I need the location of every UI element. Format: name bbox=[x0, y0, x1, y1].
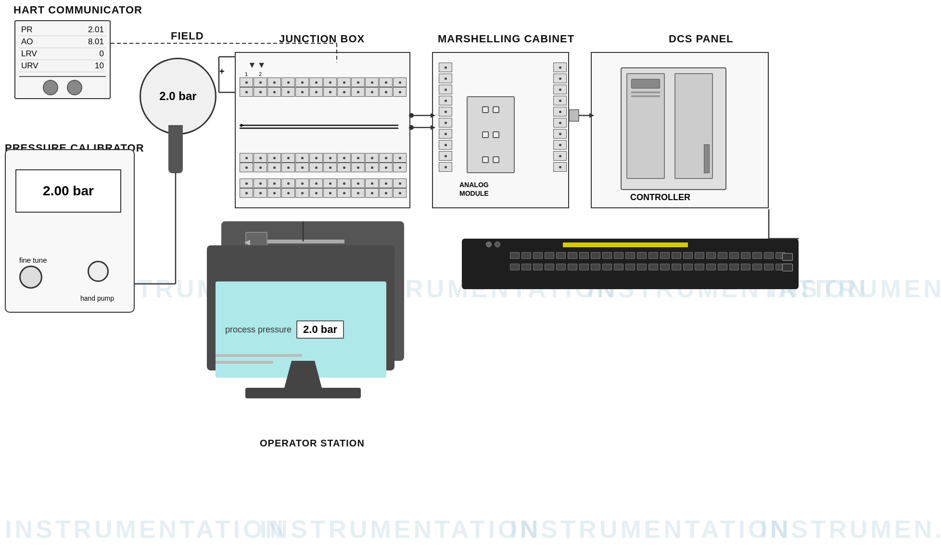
top-terminal-strip: 1 2 bbox=[240, 71, 407, 97]
op-monitor-front: process pressure 2.0 bar bbox=[207, 245, 394, 370]
operator-station-label: OPERATOR STATION bbox=[260, 438, 365, 449]
hart-val-ao: 8.01 bbox=[88, 37, 104, 47]
watermark-4: INSTRUMEN... bbox=[760, 515, 941, 544]
switch-ports-row2 bbox=[510, 264, 789, 270]
watermark-2: INSTRUMENTATION bbox=[260, 515, 541, 544]
hart-key-ao: AO bbox=[21, 37, 33, 47]
hart-footer bbox=[19, 76, 106, 95]
pressure-gauge-value: 2.0 bar bbox=[159, 89, 196, 103]
hart-row-lrv: LRV 0 bbox=[19, 48, 106, 60]
pressure-calibrator-box: 2.00 bar fine tune hand pump bbox=[5, 149, 135, 313]
controller-device bbox=[621, 67, 726, 190]
hart-key-lrv: LRV bbox=[21, 49, 37, 59]
switch-uplink-ports bbox=[782, 253, 793, 271]
connector-line-1 bbox=[631, 91, 660, 93]
hart-key-pr: PR bbox=[21, 25, 33, 35]
hart-row-pr: PR 2.01 bbox=[19, 24, 106, 36]
junction-box-outline: ▼ ▼ 1 2 ► bbox=[235, 52, 410, 208]
monitor-line-2 bbox=[216, 361, 273, 364]
controller-label: CONTROLLER bbox=[630, 192, 690, 203]
hart-row-ao: AO 8.01 bbox=[19, 36, 106, 48]
pressure-cal-value: 2.00 bar bbox=[43, 183, 94, 199]
analog-io-mid bbox=[482, 131, 499, 138]
junction-box-label: JUNCTION BOX bbox=[279, 33, 365, 45]
hart-val-pr: 2.01 bbox=[88, 25, 104, 35]
eth-port-symbol bbox=[631, 79, 660, 89]
fine-tune-knob[interactable] bbox=[19, 266, 42, 289]
op-screen-value: 2.0 bar bbox=[296, 320, 344, 339]
marshalling-cabinet-label: MARSHELLING CABINET bbox=[438, 33, 574, 45]
hart-button-1[interactable] bbox=[43, 80, 58, 95]
right-connector bbox=[704, 144, 710, 173]
hart-val-urv: 10 bbox=[95, 61, 104, 71]
signal-line-2 bbox=[240, 127, 398, 129]
field-label: FIELD bbox=[171, 30, 204, 42]
fine-tune-label: fine tune bbox=[19, 256, 47, 264]
dcs-panel-outline: CONTROLLER bbox=[591, 52, 769, 208]
pressure-cal-display: 2.00 bar bbox=[15, 169, 121, 213]
marshalling-cabinet-outline: ANALOGMODULE bbox=[432, 52, 569, 208]
connector-line-2 bbox=[631, 95, 660, 97]
analog-io-top bbox=[482, 106, 499, 113]
hart-communicator-box: PR 2.01 AO 8.01 LRV 0 URV 10 bbox=[14, 20, 111, 99]
marsh-left-terminals bbox=[439, 63, 452, 172]
analog-module-block bbox=[467, 96, 515, 173]
monitor-line-1 bbox=[216, 354, 302, 357]
analog-module-label: ANALOGMODULE bbox=[459, 180, 489, 198]
operator-station-container: ◄ process pressure 2.0 bar bbox=[207, 221, 419, 428]
controller-slot-1 bbox=[626, 73, 665, 179]
controller-slot-2 bbox=[674, 73, 713, 179]
switch-ports-row1 bbox=[510, 252, 789, 259]
plus-sign: + bbox=[219, 66, 225, 76]
op-base bbox=[245, 388, 361, 398]
pressure-gauge: 2.0 bar bbox=[140, 58, 216, 135]
hand-pump-ball[interactable] bbox=[88, 261, 109, 282]
hart-row-urv: URV 10 bbox=[19, 60, 106, 72]
marsh-right-terminals bbox=[553, 63, 567, 172]
switch-leds bbox=[486, 242, 500, 247]
watermark-3: INSTRUMENTATION bbox=[510, 515, 791, 544]
op-screen-label: process pressure bbox=[225, 325, 292, 335]
bottom-terminal-strip-row2 bbox=[240, 172, 407, 198]
hart-button-2[interactable] bbox=[67, 80, 82, 95]
dcs-panel-label: DCS PANEL bbox=[669, 33, 734, 45]
signal-lines-mid: ► bbox=[240, 115, 398, 135]
watermark-1: INSTRUMENTATION bbox=[5, 515, 286, 544]
hart-communicator-label: HART COMMUNICATOR bbox=[13, 4, 142, 16]
svg-rect-11 bbox=[569, 110, 579, 121]
hand-pump-label: hand pump bbox=[80, 294, 114, 302]
analog-io-bot bbox=[482, 156, 499, 163]
ethernet-cable bbox=[267, 240, 344, 243]
hart-val-lrv: 0 bbox=[100, 49, 104, 59]
hart-key-urv: URV bbox=[21, 61, 38, 71]
top-terminal-row: ▼ ▼ bbox=[248, 60, 266, 71]
switch-yellow-bar bbox=[563, 242, 688, 247]
network-switch bbox=[462, 239, 799, 289]
gauge-stem bbox=[168, 125, 183, 173]
bottom-terminal-strip-row1 bbox=[240, 147, 407, 172]
